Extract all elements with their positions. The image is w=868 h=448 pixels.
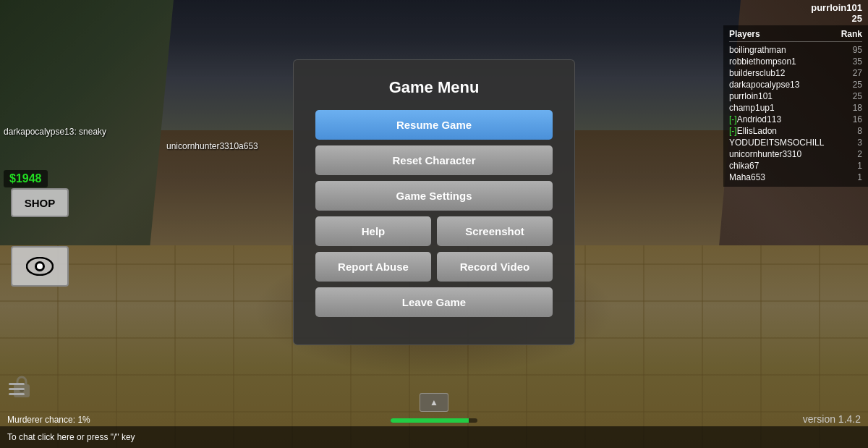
player-name: buildersclub12 xyxy=(729,68,785,78)
chat-hint-text: To chat click here or press "/" key xyxy=(7,432,135,442)
player-name: robbiethompson1 xyxy=(729,56,796,67)
player-nametag: unicornhunter3310a653 xyxy=(166,141,258,151)
report-abuse-button[interactable]: Report Abuse xyxy=(315,252,431,282)
shop-button[interactable]: SHOP xyxy=(11,188,69,217)
resume-button[interactable]: Resume Game xyxy=(315,110,553,140)
scoreboard-row: chika671 xyxy=(729,160,862,172)
player-rank: 95 xyxy=(841,45,862,55)
scoreboard-header: Players Rank xyxy=(729,29,862,42)
rank-col-header: Rank xyxy=(841,29,862,39)
scoreboard-row: boilingrathman95 xyxy=(729,44,862,56)
scoreboard: Players Rank boilingrathman95robbiethomp… xyxy=(723,25,868,187)
player-rank: 1 xyxy=(841,172,862,182)
player-name: champ1up1 xyxy=(729,103,775,113)
player-name: [-]Andriod113 xyxy=(729,114,781,124)
help-button[interactable]: Help xyxy=(315,216,431,246)
player-rank: 18 xyxy=(841,103,862,113)
players-col-header: Players xyxy=(729,29,760,39)
health-bar-container xyxy=(391,418,477,423)
player-name: chika67 xyxy=(729,161,759,171)
current-user-display: purrloin101 25 xyxy=(805,0,868,26)
player-name: unicornhunter3310 xyxy=(729,149,801,159)
scoreboard-row: [-]EllisLadon8 xyxy=(729,125,862,137)
chat-message: darkapocalypse13: sneaky xyxy=(4,127,106,137)
report-record-row: Report Abuse Record Video xyxy=(315,252,553,282)
current-user-rank: 25 xyxy=(811,13,862,24)
scoreboard-row: champ1up118 xyxy=(729,102,862,114)
eye-button[interactable] xyxy=(11,246,69,287)
help-screenshot-row: Help Screenshot xyxy=(315,216,553,246)
player-name: Maha653 xyxy=(729,172,765,182)
player-name: boilingrathman xyxy=(729,45,786,55)
scoreboard-row: purrloin10125 xyxy=(729,90,862,102)
player-rank: 2 xyxy=(841,149,862,159)
scoreboard-row: darkapocalypse1325 xyxy=(729,79,862,90)
murderer-chance: Murderer chance: 1% xyxy=(7,415,90,425)
reset-character-button[interactable]: Reset Character xyxy=(315,145,553,175)
scoreboard-row: unicornhunter33102 xyxy=(729,148,862,160)
menu-title: Game Menu xyxy=(315,78,553,97)
svg-point-2 xyxy=(37,263,43,269)
scoreboard-row: Maha6531 xyxy=(729,172,862,183)
money-display: $1948 xyxy=(4,170,48,187)
scoreboard-rows: boilingrathman95robbiethompson135builder… xyxy=(729,44,862,183)
player-rank: 1 xyxy=(841,161,862,171)
health-bar xyxy=(391,418,469,423)
player-rank: 27 xyxy=(841,68,862,78)
up-arrow-button[interactable] xyxy=(420,393,448,412)
game-menu: Game Menu Resume Game Reset Character Ga… xyxy=(293,59,575,345)
version-text: version 1.4.2 xyxy=(803,413,861,425)
player-rank: 25 xyxy=(841,80,862,90)
player-name: [-]EllisLadon xyxy=(729,126,777,136)
screenshot-button[interactable]: Screenshot xyxy=(437,216,553,246)
player-name: darkapocalypse13 xyxy=(729,80,799,90)
player-rank: 16 xyxy=(841,114,862,124)
scoreboard-row: robbiethompson135 xyxy=(729,56,862,67)
player-rank: 35 xyxy=(841,56,862,67)
scoreboard-row: buildersclub1227 xyxy=(729,67,862,79)
scoreboard-row: YODUDEITSMSOCHILL3 xyxy=(729,137,862,148)
player-name: YODUDEITSMSOCHILL xyxy=(729,138,824,148)
scoreboard-row: [-]Andriod11316 xyxy=(729,114,862,125)
player-rank: 25 xyxy=(841,91,862,101)
player-name: purrloin101 xyxy=(729,91,773,101)
player-rank: 8 xyxy=(841,126,862,136)
chat-bar[interactable]: To chat click here or press "/" key xyxy=(0,426,868,448)
hamburger-menu[interactable] xyxy=(9,383,25,395)
player-rank: 3 xyxy=(841,138,862,148)
record-video-button[interactable]: Record Video xyxy=(437,252,553,282)
current-username: purrloin101 xyxy=(811,2,862,13)
game-settings-button[interactable]: Game Settings xyxy=(315,181,553,211)
leave-game-button[interactable]: Leave Game xyxy=(315,287,553,317)
eye-icon xyxy=(26,257,54,276)
